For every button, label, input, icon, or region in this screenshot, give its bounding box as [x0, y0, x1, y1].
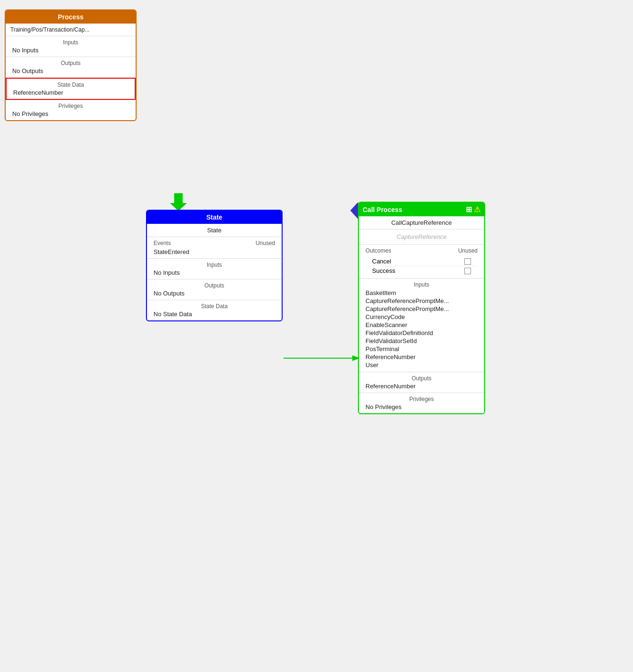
process-state-data-section: State Data ReferenceNumber	[6, 78, 136, 100]
callprocess-card: Call Process ⊞ ⚠ CallCaptureReference Ca…	[358, 202, 485, 414]
list-item: PosTerminal	[365, 345, 478, 353]
callprocess-capture-placeholder: CaptureReference	[359, 229, 484, 245]
state-events-section: Events Unused StateEntered	[147, 237, 282, 259]
list-item: CurrencyCode	[365, 313, 478, 321]
callprocess-title-section: CallCaptureReference	[359, 216, 484, 229]
callprocess-header-title: Call Process	[363, 206, 402, 213]
callprocess-outcome-cancel-label: Cancel	[372, 258, 391, 265]
state-state-section: State	[147, 224, 282, 237]
callprocess-card-header: Call Process ⊞ ⚠	[359, 203, 484, 216]
callprocess-outcome-success: Success	[365, 266, 478, 275]
list-item: CaptureReferencePromptMe...	[365, 305, 478, 313]
callprocess-outcomes-status: Unused	[458, 247, 478, 254]
callprocess-inputs-label: Inputs	[365, 281, 478, 288]
list-item: CaptureReferencePromptMe...	[365, 297, 478, 305]
state-events-value: StateEntered	[154, 248, 275, 255]
process-inputs-section: Inputs No Inputs	[6, 36, 136, 57]
state-inputs-value: No Inputs	[154, 269, 275, 276]
list-item: BasketItem	[365, 289, 478, 297]
process-state-data-value: ReferenceNumber	[13, 89, 128, 96]
callprocess-inputs-list: BasketItemCaptureReferencePromptMe...Cap…	[365, 289, 478, 369]
svg-marker-1	[170, 193, 187, 211]
process-outputs-label: Outputs	[12, 60, 129, 66]
callprocess-title: CallCaptureReference	[365, 219, 478, 226]
process-privileges-value: No Privileges	[12, 110, 129, 117]
callprocess-outputs-label: Outputs	[365, 375, 478, 382]
list-item: ReferenceNumber	[365, 353, 478, 361]
state-statedata-value: No State Data	[154, 311, 275, 318]
process-privileges-section: Privileges No Privileges	[6, 100, 136, 120]
callprocess-outputs-section: Outputs ReferenceNumber	[359, 372, 484, 393]
callprocess-privileges-label: Privileges	[365, 396, 478, 402]
callprocess-inputs-section: Inputs BasketItemCaptureReferencePromptM…	[359, 279, 484, 372]
callprocess-outcomes-section: Outcomes Unused Cancel Success	[359, 245, 484, 279]
state-outputs-section: Outputs No Outputs	[147, 279, 282, 300]
callprocess-outcome-success-checkbox[interactable]	[464, 268, 471, 274]
callprocess-outcome-success-label: Success	[372, 267, 395, 274]
callprocess-header-icons: ⊞ ⚠	[466, 205, 480, 214]
state-card-header: State	[147, 211, 282, 224]
state-outputs-label: Outputs	[154, 282, 275, 289]
state-statedata-section: State Data No State Data	[147, 300, 282, 320]
process-privileges-label: Privileges	[12, 103, 129, 109]
list-item: EnableScanner	[365, 321, 478, 329]
callprocess-outputs-value: ReferenceNumber	[365, 383, 478, 390]
state-events-status: Unused	[256, 240, 275, 246]
state-inputs-section: Inputs No Inputs	[147, 259, 282, 279]
list-item: FieldValidatorSetId	[365, 337, 478, 345]
process-inputs-value: No Inputs	[12, 47, 129, 54]
list-item: FieldValidatorDefinitionId	[365, 329, 478, 337]
state-state-value: State	[154, 227, 275, 234]
process-state-data-label: State Data	[13, 82, 128, 88]
state-events-label: Events	[154, 240, 171, 246]
process-card: Process Training/Pos/Transaction/Cap... …	[5, 9, 137, 121]
network-icon: ⊞	[466, 205, 472, 214]
warning-icon: ⚠	[474, 205, 480, 214]
callprocess-privileges-section: Privileges No Privileges	[359, 393, 484, 413]
state-outputs-value: No Outputs	[154, 290, 275, 297]
state-inputs-label: Inputs	[154, 262, 275, 268]
process-outputs-section: Outputs No Outputs	[6, 57, 136, 78]
process-path: Training/Pos/Transaction/Cap...	[6, 24, 136, 36]
callprocess-privileges-value: No Privileges	[365, 403, 478, 410]
callprocess-outcome-cancel: Cancel	[365, 257, 478, 266]
state-card: State State Events Unused StateEntered I…	[146, 210, 283, 321]
state-statedata-label: State Data	[154, 303, 275, 310]
process-card-header: Process	[6, 10, 136, 24]
process-inputs-label: Inputs	[12, 39, 129, 46]
callprocess-outcomes-label: Outcomes	[365, 247, 391, 254]
callprocess-outcome-cancel-checkbox[interactable]	[464, 258, 471, 265]
list-item: User	[365, 361, 478, 369]
process-outputs-value: No Outputs	[12, 67, 129, 74]
